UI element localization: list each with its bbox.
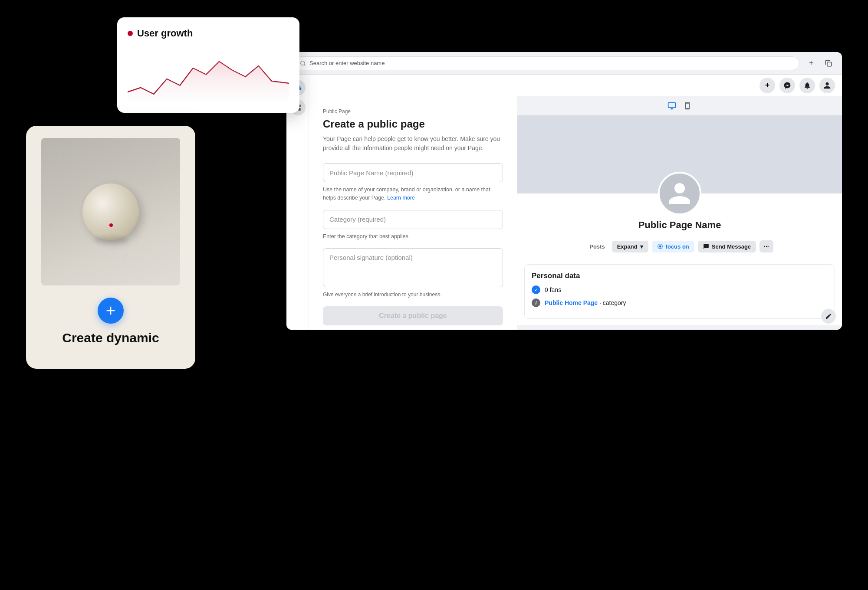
learn-more-link[interactable]: Learn more — [387, 195, 415, 201]
messenger-icon — [783, 82, 791, 89]
send-message-button[interactable]: Send Message — [698, 241, 756, 252]
message-icon — [703, 243, 709, 249]
preview-inner: Public Page Name Posts Expand ▾ focus — [517, 115, 842, 325]
category-text: · category — [599, 299, 626, 306]
create-page-form: Public Page Create a public page Your Pa… — [309, 96, 517, 330]
signature-textarea[interactable] — [323, 248, 503, 287]
duplicate-icon — [825, 59, 832, 67]
dynamic-card: Create dynamic — [26, 126, 195, 369]
name-hint: Use the name of your company, brand or o… — [323, 186, 503, 202]
svg-rect-0 — [827, 62, 832, 66]
address-text: Search or enter website name — [309, 60, 385, 66]
form-breadcrumb: Public Page — [323, 108, 503, 115]
fb-sidebar — [286, 75, 309, 330]
preview-avatar-area: Public Page Name — [517, 172, 842, 236]
homepage-item: i Public Home Page · category — [532, 298, 828, 307]
category-hint: Enter the category that best applies. — [323, 233, 503, 241]
account-icon — [823, 82, 831, 89]
expand-chevron: ▾ — [640, 243, 643, 250]
fans-check-icon: ✓ — [532, 285, 540, 294]
personal-data-card: Personal data ✓ 0 fans i Public Home Pag… — [524, 264, 835, 319]
desktop-view-button[interactable] — [666, 100, 678, 112]
edit-icon — [825, 313, 832, 320]
header-messenger-button[interactable] — [779, 78, 795, 93]
chart-dot — [128, 31, 133, 36]
personal-data-title: Personal data — [532, 272, 828, 280]
preview-divider — [524, 258, 835, 258]
focus-icon — [657, 243, 663, 249]
bell-icon — [803, 82, 811, 89]
page-name-input[interactable] — [323, 163, 503, 182]
chart-card: User growth — [117, 17, 299, 113]
fb-header-actions: + — [760, 78, 835, 93]
posts-tab[interactable]: Posts — [586, 243, 608, 250]
header-notifications-button[interactable] — [799, 78, 815, 93]
edit-button[interactable] — [821, 309, 836, 324]
duplicate-tab-button[interactable] — [822, 57, 835, 70]
browser-toolbar: Search or enter website name + — [286, 52, 842, 75]
chart-title-row: User growth — [128, 28, 289, 39]
fb-content-area: Public Page Create a public page Your Pa… — [309, 96, 842, 330]
preview-avatar — [658, 172, 701, 215]
focus-on-button[interactable]: focus on — [652, 241, 694, 252]
preview-page-name: Public Page Name — [638, 220, 721, 231]
fans-item: ✓ 0 fans — [532, 285, 828, 294]
cylinder-object — [82, 184, 139, 240]
form-title: Create a public page — [323, 118, 503, 130]
header-plus-button[interactable]: + — [760, 78, 775, 93]
public-home-page-link[interactable]: Public Home Page — [545, 299, 598, 306]
preview-toolbar — [659, 96, 700, 115]
more-options-button[interactable]: ··· — [760, 240, 773, 252]
mobile-view-button[interactable] — [681, 100, 694, 112]
mobile-icon — [684, 102, 691, 110]
avatar-icon — [667, 180, 693, 206]
browser-tab-controls: + — [805, 57, 835, 70]
page-preview: Public Page Name Posts Expand ▾ focus — [517, 96, 842, 330]
red-dot — [109, 223, 113, 227]
info-icon: i — [532, 298, 540, 307]
plus-icon — [104, 304, 118, 318]
header-account-button[interactable] — [819, 78, 835, 93]
signature-hint: Give everyone a brief introduction to yo… — [323, 292, 503, 298]
create-plus-button[interactable] — [98, 298, 124, 324]
category-input[interactable] — [323, 210, 503, 229]
user-growth-chart — [128, 44, 289, 101]
expand-button[interactable]: Expand ▾ — [612, 241, 648, 252]
preview-footer — [517, 325, 842, 330]
dynamic-card-title: Create dynamic — [62, 331, 159, 345]
form-description: Your Page can help people get to know yo… — [323, 134, 503, 153]
chart-title-text: User growth — [137, 28, 193, 39]
photo-bg — [41, 138, 180, 285]
fans-text: 0 fans — [545, 286, 561, 293]
browser-window: Search or enter website name + — [286, 52, 842, 330]
address-bar[interactable]: Search or enter website name — [293, 56, 799, 70]
new-tab-button[interactable]: + — [805, 57, 818, 70]
search-icon — [300, 60, 306, 66]
desktop-icon — [667, 102, 676, 110]
fb-top-bar: + — [309, 75, 842, 96]
create-page-button[interactable]: Create a public page — [323, 306, 503, 325]
dynamic-photo — [41, 138, 180, 285]
preview-actions-bar: Posts Expand ▾ focus on — [517, 240, 842, 258]
